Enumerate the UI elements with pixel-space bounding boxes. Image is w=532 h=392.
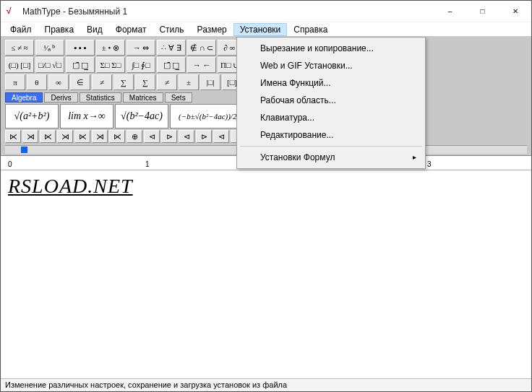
tool-10[interactable]: ⊳ [161, 130, 177, 143]
submenu-arrow-icon: ▸ [413, 153, 416, 161]
sym-pm[interactable]: ± [179, 74, 199, 90]
tool-13[interactable]: ⊲ [213, 130, 229, 143]
app-icon: √ [7, 6, 18, 17]
palette-logic[interactable]: ∴ ∀ ∃ [157, 40, 186, 56]
menu-style[interactable]: Стиль [153, 23, 190, 36]
sym-theta[interactable]: θ [27, 74, 47, 90]
sym-sigma2[interactable]: ∑ [135, 74, 155, 90]
formula-limit[interactable]: lim x→∞ [60, 104, 113, 129]
sym-sigma[interactable]: ∑ [113, 74, 134, 90]
palette-arrows[interactable]: → ⇔ [126, 40, 155, 56]
menu-equation-prefs-label: Установки Формул [260, 152, 335, 162]
tool-12[interactable]: ⊳ [196, 130, 212, 143]
sym-infinity[interactable]: ∞ [48, 74, 69, 90]
menubar: Файл Правка Вид Формат Стиль Размер Уста… [1, 22, 531, 37]
statusbar: Изменение различных настроек, сохранение… [1, 378, 531, 391]
template-fences[interactable]: (□) [□] [5, 57, 34, 73]
tab-statistics[interactable]: Statistics [80, 92, 121, 103]
preferences-menu: Вырезание и копирование... Web и GIF Уст… [236, 37, 426, 169]
tool-8[interactable]: ⊕ [126, 130, 142, 143]
template-labeled-arrow[interactable]: → ← [187, 57, 216, 73]
status-text: Изменение различных настроек, сохранение… [5, 380, 287, 389]
menu-preferences[interactable]: Установки [233, 23, 287, 36]
menu-format[interactable]: Формат [109, 23, 153, 36]
menu-cut-copy[interactable]: Вырезание и копирование... [239, 40, 424, 57]
tool-4[interactable]: ⋊ [57, 130, 73, 143]
window-title: MathType - Безымянный 1 [22, 6, 434, 17]
palette-set[interactable]: ∉ ∩ ⊂ [187, 40, 216, 56]
menu-function-names[interactable]: Имена Функций... [239, 74, 424, 92]
palette-relations[interactable]: ≤ ≠ ≈ [5, 40, 34, 56]
window-controls: – □ ✕ [434, 1, 531, 22]
tool-1[interactable]: ⋉ [5, 130, 21, 143]
tool-9[interactable]: ⊲ [144, 130, 160, 143]
template-fraction[interactable]: □/□ √□ [35, 57, 64, 73]
titlebar: √ MathType - Безымянный 1 – □ ✕ [1, 1, 531, 22]
minimize-button[interactable]: – [434, 1, 466, 22]
ruler-label-0: 0 [8, 160, 12, 168]
template-integral[interactable]: ∫□ ∮□ [126, 57, 155, 73]
editor-area[interactable]: RSLOAD.NET [1, 170, 531, 360]
tab-algebra[interactable]: Algebra [5, 92, 43, 103]
sym-pi[interactable]: π [5, 74, 25, 90]
ruler-label-1: 1 [145, 160, 150, 168]
tab-sets[interactable]: Sets [165, 92, 192, 103]
menu-equation-prefs[interactable]: Установки Формул ▸ [239, 149, 424, 166]
ruler-label-3: 3 [427, 160, 432, 168]
tool-2[interactable]: ⋊ [22, 130, 38, 143]
tool-11[interactable]: ⊲ [179, 130, 194, 143]
menu-web-gif[interactable]: Web и GIF Установки... [239, 57, 424, 74]
tab-matrices[interactable]: Matrices [123, 92, 163, 103]
menu-workspace[interactable]: Рабочая область... [239, 92, 424, 109]
template-sum[interactable]: Σ□ Σ□ [96, 57, 125, 73]
formula-discriminant[interactable]: √(b²−4ac) [115, 104, 168, 129]
template-bar[interactable]: □̄ □̲ [157, 57, 186, 73]
palette-subsup[interactable]: ¹⁄ₐ ᵇ [35, 40, 64, 56]
menu-keyboard[interactable]: Клавиатура... [239, 109, 424, 126]
menu-edit[interactable]: Правка [38, 23, 81, 36]
sym-neq[interactable]: ≠ [92, 74, 112, 90]
tool-5[interactable]: ⋉ [74, 130, 90, 143]
tab-derivs[interactable]: Derivs [44, 92, 77, 103]
menu-separator [240, 146, 422, 147]
close-button[interactable]: ✕ [499, 1, 531, 22]
document-text[interactable]: RSLOAD.NET [8, 175, 133, 197]
tool-7[interactable]: ⋉ [109, 130, 125, 143]
tmpl-abs[interactable]: |□| [200, 74, 220, 90]
palette-embellish[interactable]: ▪ ▪ ▪ [66, 40, 95, 56]
palette-operators[interactable]: ± • ⊗ [96, 40, 125, 56]
menu-help[interactable]: Справка [287, 23, 334, 36]
sym-neq2[interactable]: ≠ [157, 74, 177, 90]
menu-view[interactable]: Вид [80, 23, 109, 36]
formula-pythag[interactable]: √(a²+b²) [5, 104, 59, 129]
sym-elem[interactable]: ∈ [70, 74, 90, 90]
tab-stop-icon[interactable] [21, 147, 27, 153]
maximize-button[interactable]: □ [466, 1, 499, 22]
menu-editing[interactable]: Редактирование... [239, 126, 424, 144]
template-overunder[interactable]: □̄ □̲ [66, 57, 95, 73]
menu-size[interactable]: Размер [191, 23, 233, 36]
tool-6[interactable]: ⋊ [92, 130, 108, 143]
tool-3[interactable]: ⋉ [40, 130, 56, 143]
menu-file[interactable]: Файл [4, 23, 38, 36]
